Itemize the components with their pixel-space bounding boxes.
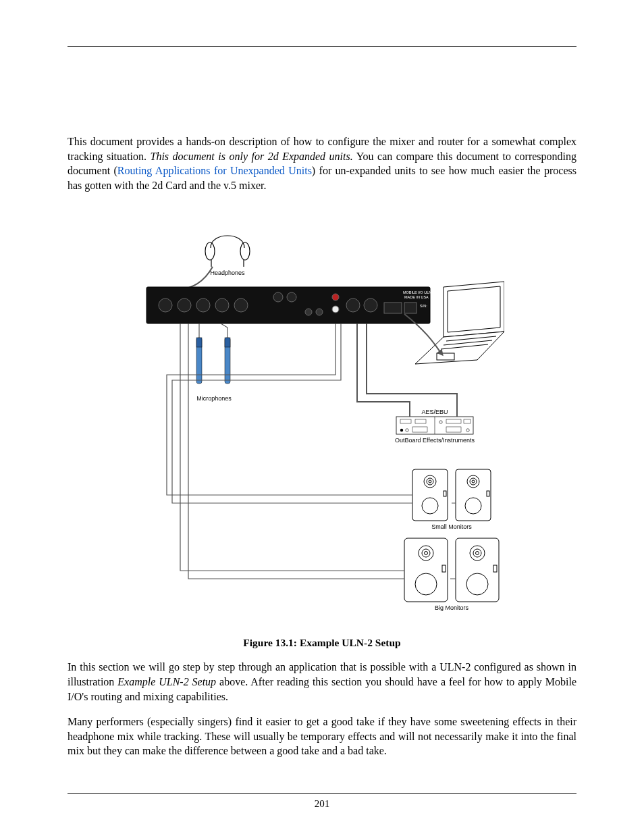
figure-caption: Figure 13.1: Example ULN-2 Setup <box>140 637 504 649</box>
cable-big-left <box>180 323 404 571</box>
outboard-label: OutBoard Effects/Instruments <box>395 437 475 444</box>
svg-point-8 <box>287 292 296 302</box>
body-paragraph-1: In this section we will go step by step … <box>68 660 576 704</box>
svg-point-6 <box>234 298 248 312</box>
svg-point-1 <box>240 242 250 260</box>
intro-text-italic: This document is only for 2d Expanded un… <box>151 151 353 162</box>
intro-paragraph: This document provides a hands-on descri… <box>68 134 576 192</box>
small-monitors-label: Small Monitors <box>431 523 472 530</box>
diagram-svg: Headphones <box>140 219 504 631</box>
small-monitors-icon <box>412 469 491 521</box>
outboard-fx-icon: AES/EBU <box>396 409 473 434</box>
svg-point-11 <box>332 294 339 301</box>
svg-rect-35 <box>456 469 491 521</box>
svg-rect-33 <box>464 419 471 423</box>
svg-rect-31 <box>446 427 461 432</box>
svg-rect-47 <box>456 538 499 602</box>
unit-name-label: MOBILE I/O ULN-2 <box>403 290 435 294</box>
page-footer: 201 <box>68 793 576 810</box>
aes-ebu-label: AES/EBU <box>421 409 448 415</box>
svg-point-9 <box>305 309 312 315</box>
svg-point-4 <box>196 298 210 312</box>
page: This document provides a hands-on descri… <box>0 0 644 834</box>
svg-point-13 <box>346 298 360 312</box>
headphones-label: Headphones <box>210 269 245 276</box>
cable-mic-2 <box>221 323 227 338</box>
svg-rect-30 <box>446 419 461 423</box>
routing-applications-link[interactable]: Routing Applications for Unexpanded Unit… <box>117 165 312 176</box>
svg-point-2 <box>159 298 172 312</box>
svg-point-10 <box>316 309 323 315</box>
body-1-italic: Example ULN-2 Setup <box>117 676 216 687</box>
page-number: 201 <box>315 798 330 809</box>
body-paragraph-2: Many performers (especially singers) fin… <box>68 714 576 758</box>
svg-point-0 <box>205 242 215 260</box>
svg-point-3 <box>178 298 191 312</box>
cable-small-left <box>167 323 412 495</box>
svg-rect-21 <box>225 338 230 347</box>
svg-rect-16 <box>404 303 417 313</box>
svg-rect-28 <box>412 427 427 432</box>
svg-point-12 <box>332 306 339 313</box>
headphones-icon <box>205 236 250 267</box>
microphones-icon <box>196 338 230 384</box>
svg-rect-26 <box>400 419 411 423</box>
microphones-label: Microphones <box>196 395 232 402</box>
svg-point-14 <box>364 298 377 312</box>
svg-point-32 <box>466 429 469 432</box>
svg-point-29 <box>439 421 442 423</box>
svg-point-7 <box>273 292 283 302</box>
big-monitors-label: Big Monitors <box>435 604 469 611</box>
svg-point-25 <box>406 429 408 432</box>
cable-aes-out <box>357 323 410 417</box>
top-rule <box>68 46 576 47</box>
svg-rect-27 <box>415 419 426 423</box>
figure-container: Headphones <box>140 219 504 649</box>
svg-rect-46 <box>404 538 448 602</box>
unit-made-label: MADE IN USA <box>404 295 429 299</box>
svg-point-5 <box>215 298 229 312</box>
svg-point-24 <box>400 429 403 432</box>
svg-rect-15 <box>384 303 402 313</box>
svg-rect-34 <box>412 469 448 521</box>
big-monitors-icon <box>404 538 499 602</box>
svg-rect-20 <box>196 338 202 347</box>
unit-sn-label: S/N: <box>420 304 427 308</box>
